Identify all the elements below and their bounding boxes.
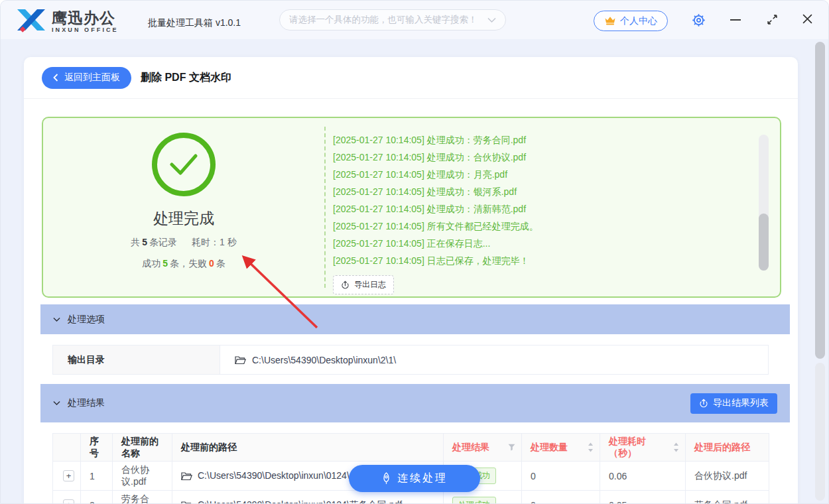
col-name-before: 处理前的名称 bbox=[113, 434, 172, 462]
chevron-down-icon bbox=[53, 401, 60, 406]
elapsed-time: 耗时：1 秒 bbox=[192, 237, 237, 247]
chevron-down-icon bbox=[487, 17, 496, 23]
success-count: 5 bbox=[162, 258, 168, 269]
row-time: 0.05 bbox=[600, 491, 686, 504]
row-name-after: 劳务合同.pdf bbox=[686, 491, 769, 504]
expand-column-header bbox=[53, 434, 81, 462]
export-results-label: 导出结果列表 bbox=[713, 397, 769, 409]
dashed-divider bbox=[324, 127, 326, 288]
minimize-button[interactable] bbox=[730, 14, 741, 26]
folder-icon bbox=[181, 501, 192, 504]
section-options-title: 处理选项 bbox=[68, 314, 105, 326]
row-path-text: C:\Users\54390\Desktop\inxun\0124\劳务合同.p… bbox=[198, 499, 402, 504]
export-icon bbox=[341, 281, 350, 289]
col-path-after: 处理后的路径 bbox=[686, 434, 769, 462]
logo-text: 鹰迅办公 INXUN OFFICE bbox=[52, 10, 119, 33]
continue-processing-label: 连续处理 bbox=[397, 472, 448, 485]
log-line: [2025-01-27 10:14:05] 处理成功：合伙协议.pdf bbox=[333, 149, 780, 166]
success-prefix: 成功 bbox=[142, 258, 160, 269]
section-results[interactable]: 处理结果 导出结果列表 bbox=[40, 384, 790, 422]
success-circle bbox=[152, 133, 216, 196]
section-options[interactable]: 处理选项 bbox=[40, 304, 790, 334]
resize-window-button[interactable] bbox=[767, 14, 778, 25]
crown-icon bbox=[604, 16, 616, 26]
back-button-label: 返回到主面板 bbox=[64, 72, 120, 84]
output-directory-label: 输出目录 bbox=[53, 346, 220, 374]
log-line: [2025-01-27 10:14:05] 处理成功：银河系.pdf bbox=[333, 183, 780, 200]
log-scrollbar-track[interactable] bbox=[759, 135, 769, 271]
status-summary: 处理完成 共5条记录耗时：1 秒 成功5条，失败0条 bbox=[43, 118, 324, 296]
page-card: 返回到主面板 删除 PDF 文档水印 处理完成 共5条记录耗时：1 秒 bbox=[24, 57, 798, 504]
resize-diagonal-icon bbox=[767, 14, 778, 25]
app-window: 鹰迅办公 INXUN OFFICE 批量处理工具箱 v1.0.1 请选择一个具体… bbox=[0, 0, 829, 504]
col-result[interactable]: 处理结果 bbox=[444, 434, 522, 462]
fail-count: 0 bbox=[209, 258, 214, 269]
row-path-before: C:\Users\54390\Desktop\inxun\0124\劳务合同.p… bbox=[181, 499, 443, 504]
log-scrollbar-thumb[interactable] bbox=[759, 214, 769, 271]
row-index: 2 bbox=[81, 491, 113, 504]
total-prefix: 共 bbox=[131, 237, 140, 247]
folder-icon bbox=[235, 355, 246, 365]
log-line: [2025-01-27 10:14:05] 日志已保存，处理完毕！ bbox=[333, 252, 780, 269]
sort-icon[interactable] bbox=[588, 442, 594, 452]
row-name-after: 合伙协议.pdf bbox=[686, 462, 769, 491]
settings-button[interactable] bbox=[692, 13, 706, 27]
col-time-label: 处理耗时（秒） bbox=[609, 436, 673, 460]
log-line: [2025-01-27 10:14:05] 处理成功：清新韩范.pdf bbox=[333, 200, 780, 218]
sort-icon[interactable] bbox=[673, 442, 679, 452]
fail-suffix: 条 bbox=[216, 258, 225, 269]
col-path-before: 处理前的路径 bbox=[172, 434, 444, 462]
user-center-label: 个人中心 bbox=[620, 15, 657, 27]
page-title: 删除 PDF 文档水印 bbox=[141, 71, 231, 85]
close-icon bbox=[802, 14, 812, 24]
app-name: 鹰迅办公 bbox=[52, 10, 119, 27]
log-line: [2025-01-27 10:14:05] 处理成功：劳务合同.pdf bbox=[333, 131, 780, 149]
row-time: 0.06 bbox=[600, 462, 686, 491]
export-log-button[interactable]: 导出日志 bbox=[333, 275, 394, 294]
row-index: 1 bbox=[81, 462, 113, 491]
export-results-button[interactable]: 导出结果列表 bbox=[690, 393, 777, 414]
page-header: 返回到主面板 删除 PDF 文档水印 bbox=[24, 57, 798, 99]
app-name-en: INXUN OFFICE bbox=[52, 27, 119, 33]
expand-row-button[interactable]: + bbox=[63, 470, 74, 481]
output-directory-row: 输出目录 C:\Users\54390\Desktop\inxun\2\1\ bbox=[52, 345, 769, 375]
back-to-dashboard-button[interactable]: 返回到主面板 bbox=[42, 67, 131, 89]
gear-icon bbox=[692, 13, 706, 27]
status-totals: 共5条记录耗时：1 秒 bbox=[131, 237, 236, 249]
continue-processing-button[interactable]: 连续处理 bbox=[349, 465, 480, 492]
filter-icon[interactable] bbox=[508, 444, 515, 451]
col-count-label: 处理数量 bbox=[531, 442, 568, 454]
col-index: 序号 bbox=[81, 434, 113, 462]
process-log: [2025-01-27 10:14:05] 处理成功：劳务合同.pdf [202… bbox=[324, 118, 780, 296]
col-result-label: 处理结果 bbox=[452, 442, 489, 454]
col-count[interactable]: 处理数量 bbox=[522, 434, 600, 462]
check-icon bbox=[168, 153, 199, 176]
total-suffix: 条记录 bbox=[149, 237, 177, 247]
function-select[interactable]: 请选择一个具体的功能，也可输入关键字搜索！ bbox=[279, 9, 506, 31]
log-line: [2025-01-27 10:14:05] 处理成功：月亮.pdf bbox=[333, 166, 780, 183]
close-button[interactable] bbox=[802, 14, 812, 24]
log-line: [2025-01-27 10:14:05] 所有文件都已经处理完成。 bbox=[333, 218, 780, 235]
status-panel: 处理完成 共5条记录耗时：1 秒 成功5条，失败0条 [2025-01-27 1… bbox=[42, 117, 781, 298]
status-result-counts: 成功5条，失败0条 bbox=[142, 258, 225, 270]
section-results-title: 处理结果 bbox=[68, 397, 105, 409]
user-center-button[interactable]: 个人中心 bbox=[594, 11, 668, 31]
table-header-row: 序号 处理前的名称 处理前的路径 处理结果 bbox=[53, 434, 769, 462]
app-logo: 鹰迅办公 INXUN OFFICE bbox=[15, 5, 119, 37]
fail-prefix: 条，失败 bbox=[170, 258, 207, 269]
total-count: 5 bbox=[142, 237, 147, 247]
page-scrollbar-thumb[interactable] bbox=[815, 42, 825, 359]
page-scrollbar-track[interactable] bbox=[815, 363, 825, 501]
log-line: [2025-01-27 10:14:05] 正在保存日志... bbox=[333, 235, 780, 252]
col-time[interactable]: 处理耗时（秒） bbox=[600, 434, 686, 462]
main-content: 返回到主面板 删除 PDF 文档水印 处理完成 共5条记录耗时：1 秒 bbox=[1, 39, 828, 503]
minimize-icon bbox=[730, 19, 741, 21]
output-directory-value[interactable]: C:\Users\54390\Desktop\inxun\2\1\ bbox=[220, 346, 768, 374]
row-name-before: 合伙协议.pdf bbox=[113, 462, 172, 491]
output-path-text: C:\Users\54390\Desktop\inxun\2\1\ bbox=[252, 355, 396, 365]
rocket-icon bbox=[381, 472, 391, 485]
expand-row-button[interactable]: + bbox=[63, 499, 74, 504]
toolbox-version-title: 批量处理工具箱 v1.0.1 bbox=[148, 17, 241, 29]
folder-icon bbox=[181, 472, 192, 481]
export-log-label: 导出日志 bbox=[354, 279, 386, 290]
